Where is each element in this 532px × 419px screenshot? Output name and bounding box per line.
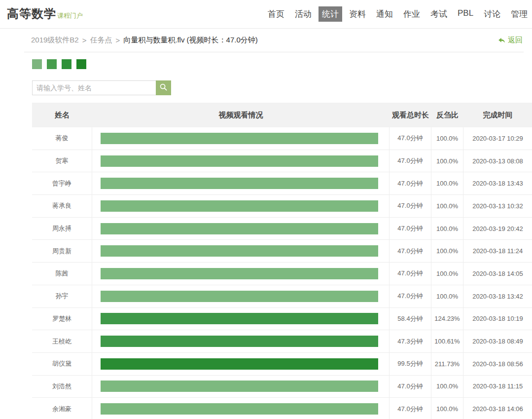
breadcrumb-class[interactable]: 2019级软件B2 <box>31 36 79 45</box>
watch-progress-bar <box>101 178 378 189</box>
watch-progress-bar <box>101 403 378 415</box>
watch-progress-bar <box>101 336 378 347</box>
watch-progress-bar <box>101 381 378 392</box>
finish-cell: 2020-03-18 13:43 <box>463 172 532 194</box>
watch-progress-bar <box>101 245 378 257</box>
table-row: 胡仪黛 99.5分钟 211.73% 2020-03-18 08:56 <box>32 353 532 376</box>
back-label: 返回 <box>508 36 523 45</box>
legend-square-2 <box>47 59 57 69</box>
column-header-name: 姓名 <box>32 111 92 120</box>
watch-bar-cell <box>92 263 390 285</box>
nav-item-statistics[interactable]: 统计 <box>319 6 342 22</box>
nav-item-homework[interactable]: 作业 <box>403 8 420 20</box>
table-row: 蒋承良 47.0分钟 100.0% 2020-03-13 10:32 <box>32 195 532 218</box>
watch-progress-bar <box>101 313 378 324</box>
ratio-cell: 100.0% <box>431 263 463 285</box>
finish-cell: 2020-03-18 14:06 <box>463 398 532 419</box>
watch-progress-bar <box>101 223 378 234</box>
watch-progress-bar <box>101 155 378 167</box>
student-name: 胡仪黛 <box>32 353 92 375</box>
legend-square-3 <box>62 59 71 69</box>
nav-item-home[interactable]: 首页 <box>268 8 284 20</box>
column-header-finish: 完成时间 <box>463 111 532 120</box>
finish-cell: 2020-03-18 11:24 <box>463 240 532 262</box>
watch-bar-cell <box>92 195 390 217</box>
ratio-cell: 100.0% <box>431 195 463 217</box>
back-button[interactable]: 返回 <box>498 36 523 45</box>
finish-cell: 2020-03-18 08:56 <box>463 353 532 375</box>
table-header-row: 姓名 视频观看情况 观看总时长 反刍比 完成时间 <box>32 103 532 127</box>
watch-bar-cell <box>92 353 390 375</box>
search-input[interactable] <box>32 80 156 95</box>
student-name: 周永搏 <box>32 218 92 240</box>
table-row: 贺寒 47.0分钟 100.0% 2020-03-13 08:08 <box>32 150 532 173</box>
column-header-video: 视频观看情况 <box>92 111 390 120</box>
student-name: 陈茜 <box>32 263 92 285</box>
watch-bar-cell <box>92 398 390 419</box>
nav-item-exam[interactable]: 考试 <box>430 8 447 20</box>
breadcrumb-separator: > <box>82 36 87 44</box>
main-nav: 首页活动统计资料通知作业考试PBL讨论管理 <box>268 8 528 20</box>
watch-bar-cell <box>92 127 390 150</box>
table-body: 蒋俊 47.0分钟 100.0% 2020-03-17 10:29 贺寒 47.… <box>32 127 532 419</box>
duration-cell: 47.0分钟 <box>390 172 431 194</box>
table-row: 刘浩然 47.0分钟 100.0% 2020-03-18 11:15 <box>32 376 532 398</box>
watch-bar-cell <box>92 330 390 352</box>
duration-cell: 47.0分钟 <box>390 127 431 150</box>
legend-square-1 <box>32 59 42 69</box>
nav-item-discussion[interactable]: 讨论 <box>484 8 500 20</box>
ratio-cell: 211.73% <box>431 353 463 375</box>
course-portal-label: 课程门户 <box>57 11 83 20</box>
duration-cell: 47.0分钟 <box>390 285 431 307</box>
ratio-cell: 100.0% <box>431 172 463 194</box>
student-name: 贺寒 <box>32 150 92 172</box>
duration-cell: 47.0分钟 <box>390 398 431 419</box>
nav-item-materials[interactable]: 资料 <box>349 8 366 20</box>
search-button[interactable] <box>156 80 171 95</box>
legend <box>32 59 532 69</box>
finish-cell: 2020-03-18 10:19 <box>463 308 532 330</box>
duration-cell: 99.5分钟 <box>390 353 431 375</box>
nav-item-notice[interactable]: 通知 <box>376 8 393 20</box>
watch-bar-cell <box>92 308 390 330</box>
nav-item-activity[interactable]: 活动 <box>295 8 312 20</box>
ratio-cell: 100.0% <box>431 218 463 240</box>
finish-cell: 2020-03-18 11:15 <box>463 376 532 398</box>
student-name: 余湘豪 <box>32 398 92 419</box>
breadcrumb-current-video: 向量积与数量积.flv (视频时长：47.0分钟) <box>123 36 258 45</box>
watch-bar-cell <box>92 285 390 307</box>
nav-item-manage[interactable]: 管理 <box>511 8 528 20</box>
table-row: 陈茜 47.0分钟 100.0% 2020-03-18 14:05 <box>32 263 532 285</box>
ratio-cell: 100.0% <box>431 150 463 172</box>
student-name: 曾宇峥 <box>32 172 92 194</box>
table-row: 罗楚林 58.4分钟 124.23% 2020-03-18 10:19 <box>32 308 532 331</box>
student-name: 周贵新 <box>32 240 92 262</box>
finish-cell: 2020-03-17 10:29 <box>463 127 532 150</box>
watch-bar-cell <box>92 376 390 398</box>
student-name: 罗楚林 <box>32 308 92 330</box>
course-logo[interactable]: 高等数学 课程门户 <box>7 6 83 22</box>
breadcrumb: 2019级软件B2 > 任务点 > 向量积与数量积.flv (视频时长：47.0… <box>24 29 524 52</box>
column-header-ratio: 反刍比 <box>431 111 463 120</box>
watch-progress-bar <box>101 291 378 302</box>
watch-bar-cell <box>92 172 390 194</box>
duration-cell: 47.0分钟 <box>390 195 431 217</box>
search-icon <box>159 83 168 93</box>
breadcrumb-taskpoint[interactable]: 任务点 <box>90 36 112 45</box>
duration-cell: 47.0分钟 <box>390 263 431 285</box>
duration-cell: 47.0分钟 <box>390 218 431 240</box>
table-row: 曾宇峥 47.0分钟 100.0% 2020-03-18 13:43 <box>32 172 532 195</box>
duration-cell: 47.3分钟 <box>390 330 431 352</box>
student-name: 蒋承良 <box>32 195 92 217</box>
watch-bar-cell <box>92 218 390 240</box>
finish-cell: 2020-03-13 10:32 <box>463 195 532 217</box>
ratio-cell: 100.0% <box>431 376 463 398</box>
watch-progress-bar <box>101 268 378 279</box>
duration-cell: 47.0分钟 <box>390 376 431 398</box>
student-name: 孙宇 <box>32 285 92 307</box>
duration-cell: 47.0分钟 <box>390 150 431 172</box>
nav-item-pbl[interactable]: PBL <box>458 8 473 20</box>
table-row: 余湘豪 47.0分钟 100.0% 2020-03-18 14:06 <box>32 398 532 419</box>
student-name: 蒋俊 <box>32 127 92 150</box>
finish-cell: 2020-03-18 08:49 <box>463 330 532 352</box>
